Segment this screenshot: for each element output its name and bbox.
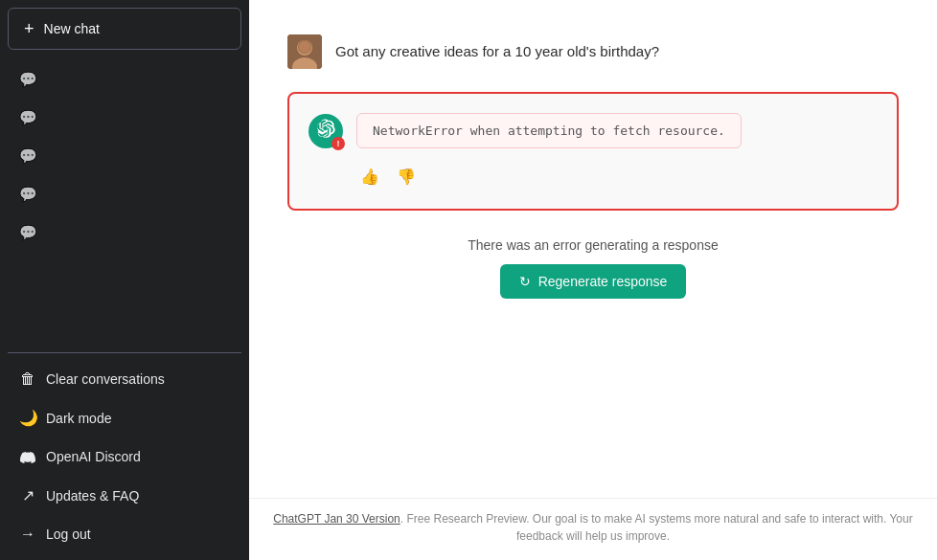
footer-description: . Free Research Preview. Our goal is to … (400, 512, 913, 543)
plus-icon: + (24, 20, 34, 37)
sidebar-item-clear-conversations[interactable]: 🗑 Clear conversations (8, 361, 241, 397)
dark-mode-label: Dark mode (46, 411, 111, 426)
chat-icon: 💬 (19, 147, 37, 165)
user-message: Got any creative ideas for a 10 year old… (249, 19, 937, 84)
error-message-box: NetworkError when attempting to fetch re… (356, 113, 742, 148)
chat-area: Got any creative ideas for a 10 year old… (249, 0, 937, 498)
list-item[interactable]: 💬 (8, 138, 241, 174)
sidebar-divider (8, 352, 241, 353)
chat-item-text (47, 225, 219, 240)
discord-label: OpenAI Discord (46, 449, 141, 464)
refresh-icon: ↻ (519, 274, 531, 289)
error-section-text: There was an error generating a response (268, 237, 918, 253)
logout-label: Log out (46, 526, 91, 542)
updates-faq-label: Updates & FAQ (46, 488, 139, 504)
footer-text: ChatGPT Jan 30 Version. Free Research Pr… (268, 510, 918, 545)
sidebar-bottom: 🗑 Clear conversations 🌙 Dark mode OpenAI… (0, 357, 249, 560)
thumbs-down-icon: 👎 (397, 168, 416, 185)
chat-icon: 💬 (19, 109, 37, 126)
chat-icon: 💬 (19, 224, 37, 241)
error-section: There was an error generating a response… (249, 218, 937, 318)
sidebar: + New chat 💬 💬 💬 (0, 0, 249, 560)
trash-icon: 🗑 (19, 370, 36, 388)
ai-response-header: ! NetworkError when attempting to fetch … (309, 113, 878, 148)
discord-icon (19, 448, 36, 465)
list-item[interactable]: 💬 (8, 100, 241, 136)
clear-conversations-label: Clear conversations (46, 371, 165, 387)
new-chat-label: New chat (44, 21, 100, 36)
list-item[interactable]: 💬 (8, 176, 241, 213)
chat-icon: 💬 (19, 71, 37, 88)
chatgpt-version-link[interactable]: ChatGPT Jan 30 Version (273, 512, 400, 526)
list-item[interactable]: 💬 (8, 214, 241, 251)
sidebar-item-discord[interactable]: OpenAI Discord (8, 438, 241, 475)
ai-avatar: ! (309, 114, 343, 148)
sidebar-item-updates-faq[interactable]: ↗ Updates & FAQ (8, 477, 241, 514)
user-message-text: Got any creative ideas for a 10 year old… (335, 34, 659, 63)
chat-item-text (47, 148, 219, 164)
ai-response-wrapper: ! NetworkError when attempting to fetch … (249, 92, 937, 211)
logout-icon: → (19, 526, 36, 543)
main-content: Got any creative ideas for a 10 year old… (249, 0, 937, 560)
chat-item-text (47, 187, 219, 202)
warning-badge: ! (331, 137, 345, 150)
error-message-text: NetworkError when attempting to fetch re… (373, 123, 725, 138)
feedback-icons: 👍 👎 (309, 164, 878, 190)
external-link-icon: ↗ (19, 486, 36, 504)
ai-response-box: ! NetworkError when attempting to fetch … (287, 92, 899, 211)
chat-icon: 💬 (19, 186, 37, 203)
regenerate-button[interactable]: ↻ Regenerate response (500, 264, 687, 299)
thumbs-down-button[interactable]: 👎 (393, 164, 420, 190)
chat-list: 💬 💬 💬 💬 (0, 57, 249, 348)
user-avatar (287, 34, 322, 69)
footer: ChatGPT Jan 30 Version. Free Research Pr… (249, 498, 937, 560)
thumbs-up-icon: 👍 (360, 168, 379, 185)
regenerate-label: Regenerate response (538, 274, 668, 289)
thumbs-up-button[interactable]: 👍 (356, 164, 383, 190)
sidebar-item-dark-mode[interactable]: 🌙 Dark mode (8, 399, 241, 437)
moon-icon: 🌙 (19, 409, 36, 427)
new-chat-button[interactable]: + New chat (8, 8, 241, 50)
chat-item-text (47, 110, 219, 125)
chat-item-text (47, 72, 219, 87)
list-item[interactable]: 💬 (8, 61, 241, 98)
svg-point-4 (299, 41, 310, 53)
sidebar-item-logout[interactable]: → Log out (8, 516, 241, 552)
